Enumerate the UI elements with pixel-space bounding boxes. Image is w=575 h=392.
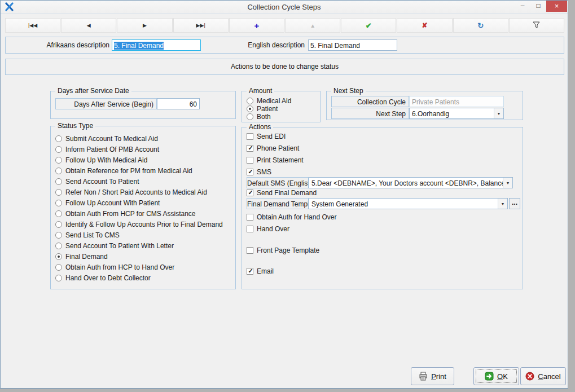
refresh-record-button[interactable]: ↻: [453, 18, 508, 33]
minimize-button[interactable]: –: [515, 1, 530, 12]
selected-text: 5. Final Demand: [114, 42, 164, 50]
radio-icon: [55, 232, 62, 239]
radio-icon: [55, 189, 62, 196]
radio-icon: [55, 146, 62, 153]
checkbox-hand-over[interactable]: Hand Over: [247, 224, 289, 233]
radio-status-obtain-reference-for-pm[interactable]: Obtain Reference for PM from Medical Aid: [55, 166, 192, 175]
days-after-service-input[interactable]: 60: [157, 98, 200, 109]
browse-template-button[interactable]: ...: [509, 198, 520, 209]
checkbox-icon: [247, 145, 253, 152]
prior-record-icon: ◀: [87, 23, 91, 28]
collection-cycle-label: Collection Cycle: [331, 96, 409, 107]
filter-icon: [533, 21, 540, 30]
radio-icon: [55, 221, 62, 228]
cancel-record-button[interactable]: ✘: [397, 18, 452, 33]
record-navigator-toolbar: |◀◀ ◀ ▶ ▶▶| + ▲ ✔ ✘ ↻: [5, 18, 564, 33]
actions-header: Actions to be done to change status: [5, 59, 564, 75]
radio-icon: [55, 210, 62, 217]
refresh-record-icon: ↻: [477, 21, 484, 30]
radio-status-follow-up-account-with-patient[interactable]: Follow Up Account With Patient: [55, 199, 160, 207]
insert-record-button[interactable]: +: [229, 18, 284, 33]
radio-icon: [55, 168, 62, 174]
first-record-button[interactable]: |◀◀: [5, 18, 60, 33]
next-record-icon: ▶: [143, 23, 147, 28]
title-bar: Collection Cycle Steps – □ ×: [1, 1, 568, 14]
groupbox-amount-legend: Amount: [247, 87, 274, 95]
checkbox-icon: [247, 214, 253, 221]
radio-icon: [55, 157, 62, 164]
radio-patient[interactable]: Patient: [247, 104, 278, 113]
checkbox-icon: [247, 226, 253, 232]
final-demand-template-combobox[interactable]: System Generated ▼: [309, 198, 508, 209]
checkbox-obtain-auth-for-hand-over[interactable]: Obtain Auth for Hand Over: [247, 213, 336, 221]
radio-status-refer-non-short-paid[interactable]: Refer Non / Short Paid Accounts to Medic…: [55, 188, 207, 196]
checkbox-icon: [247, 133, 253, 140]
last-record-icon: ▶▶|: [196, 23, 205, 28]
groupbox-days-after-service: Days after Service Date Days After Servi…: [50, 91, 236, 119]
radio-medical-aid[interactable]: Medical Aid: [247, 96, 291, 105]
radio-both[interactable]: Both: [247, 112, 271, 121]
checkbox-phone-patient[interactable]: Phone Patient: [247, 144, 299, 152]
radio-status-inform-patient-of-pmb-account[interactable]: Inform Patient Of PMB Account: [55, 145, 159, 153]
prior-record-button[interactable]: ◀: [61, 18, 116, 33]
radio-status-send-account-to-patient-with-letter[interactable]: Send Account To Patient With Letter: [55, 241, 174, 250]
groupbox-amount: Amount Medical Aid Patient Both: [242, 91, 321, 122]
radio-status-send-account-to-patient[interactable]: Send Account To Patient: [55, 177, 139, 186]
checkbox-email[interactable]: Email: [247, 267, 274, 275]
chevron-down-icon[interactable]: ▼: [498, 199, 507, 209]
radio-status-hand-over-to-debt-collector[interactable]: Hand Over to Debt Collector: [55, 274, 151, 282]
filter-button[interactable]: [509, 18, 564, 33]
checkbox-send-final-demand[interactable]: Send Final Demand: [247, 188, 317, 197]
checkbox-send-edi[interactable]: Send EDI: [247, 132, 286, 140]
print-button[interactable]: Print: [411, 367, 454, 385]
close-button[interactable]: ×: [546, 1, 567, 12]
groupbox-next-step: Next Step Collection Cycle Private Patie…: [326, 91, 523, 120]
radio-icon: [55, 243, 62, 249]
next-step-combobox[interactable]: 6.Oorhandig ▼: [409, 108, 504, 119]
radio-status-send-list-to-cms[interactable]: Send List To CMS: [55, 231, 120, 239]
radio-status-final-demand[interactable]: Final Demand: [55, 252, 108, 261]
ok-icon: [485, 372, 494, 381]
afrikaans-description-input[interactable]: 5. Final Demand: [112, 39, 201, 51]
english-description-label: English description: [196, 41, 305, 49]
next-record-button[interactable]: ▶: [117, 18, 172, 33]
edit-record-icon: ▲: [310, 23, 315, 29]
days-after-service-label: Days After Service (Begin): [55, 98, 157, 109]
groupbox-actions-legend: Actions: [247, 123, 273, 131]
radio-icon: [55, 253, 62, 260]
ok-button[interactable]: OK: [473, 367, 519, 385]
edit-record-button[interactable]: ▲: [285, 18, 340, 33]
radio-icon: [55, 264, 62, 271]
afrikaans-description-label: Afrikaans description: [11, 41, 109, 49]
groupbox-status-type-legend: Status Type: [55, 122, 95, 130]
radio-icon: [55, 200, 62, 206]
radio-status-submit-account-to-medical-aid[interactable]: Submit Account To Medical Aid: [55, 134, 158, 143]
insert-record-icon: +: [254, 21, 260, 30]
final-demand-template-label: Final Demand Template: [247, 198, 309, 209]
radio-icon: [55, 178, 62, 185]
chevron-down-icon[interactable]: ▼: [503, 178, 512, 188]
checkbox-print-statement[interactable]: Print Statement: [247, 156, 304, 164]
groupbox-days-legend: Days after Service Date: [55, 87, 131, 95]
english-description-input[interactable]: 5. Final Demand: [308, 39, 397, 51]
cancel-button[interactable]: Cancel: [520, 367, 566, 385]
maximize-button[interactable]: □: [530, 1, 546, 12]
checkbox-icon: [247, 268, 253, 275]
radio-status-obtain-auth-from-hcp-hand-over[interactable]: Obtain Auth from HCP to Hand Over: [55, 263, 174, 271]
cancel-icon: [525, 372, 534, 381]
default-sms-label: Default SMS (English): [247, 177, 309, 188]
next-step-label: Next Step: [331, 108, 409, 119]
last-record-button[interactable]: ▶▶|: [173, 18, 229, 33]
radio-status-follow-up-with-medical-aid[interactable]: Follow Up With Medical Aid: [55, 156, 147, 164]
radio-status-identify-follow-up-accounts[interactable]: Identify & Follow Up Accounts Prior to F…: [55, 220, 223, 228]
groupbox-next-step-legend: Next Step: [331, 87, 366, 95]
chevron-down-icon[interactable]: ▼: [494, 108, 503, 118]
radio-icon: [247, 98, 253, 104]
radio-icon: [247, 113, 253, 120]
checkbox-sms[interactable]: SMS: [247, 168, 271, 176]
radio-status-obtain-auth-from-hcp-cms[interactable]: Obtain Auth From HCP for CMS Assistance: [55, 209, 196, 218]
default-sms-combobox[interactable]: 5.Dear <DEBNAME>, Your Doctors account <…: [309, 177, 513, 188]
post-record-button[interactable]: ✔: [341, 18, 396, 33]
groupbox-actions: Actions Send EDI Phone Patient Print Sta…: [242, 127, 523, 289]
checkbox-front-page-template[interactable]: Front Page Template: [247, 246, 319, 254]
